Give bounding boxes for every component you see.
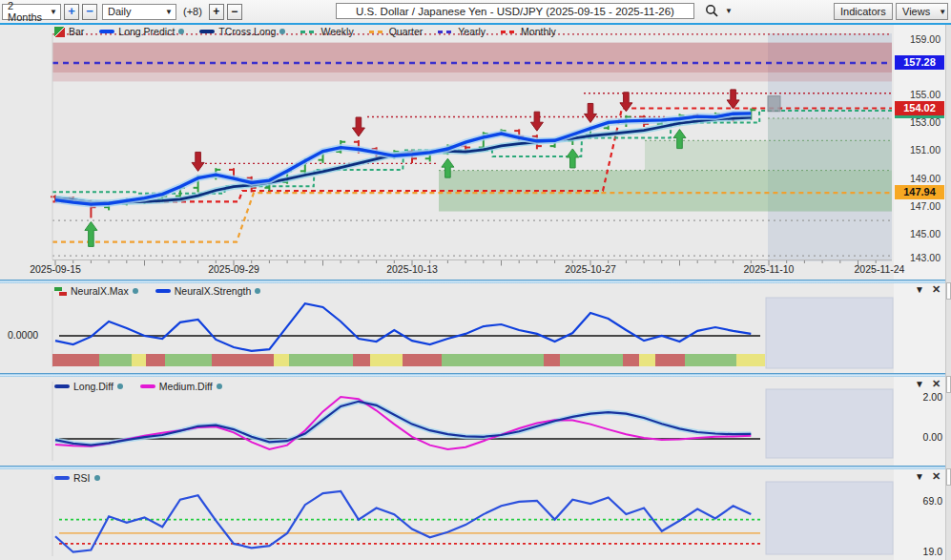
forecast-box (766, 482, 893, 554)
info-dot-icon[interactable] (178, 29, 184, 34)
collapse-panel-icon[interactable]: ▼ (915, 471, 924, 482)
legend-item-label: NeuralX.Strength (175, 285, 252, 297)
legend-item-medium-diff[interactable]: Medium.Diff (140, 381, 222, 392)
period-select[interactable]: 2 Months ▼ (2, 4, 61, 20)
legend-item-quarter[interactable]: Quarter (369, 26, 424, 37)
line-swatch-icon (54, 476, 70, 480)
diff-axis-label: 0.00 (908, 431, 942, 443)
collapse-panel-icon[interactable]: ▼ (915, 284, 924, 295)
rsi-panel-plot[interactable] (0, 469, 951, 560)
info-dot-icon[interactable] (133, 288, 138, 294)
legend-item-neuralx-max[interactable]: NeuralX.Max (54, 285, 138, 297)
close-panel-icon[interactable]: ✕ (932, 378, 941, 390)
current-bar-marker (768, 96, 780, 112)
date-tick-label: 2025-09-29 (208, 263, 259, 275)
price-tick-label: 147.00 (893, 200, 941, 212)
views-button[interactable]: Views ▼ (896, 3, 948, 20)
zoom-out-button[interactable]: − (227, 4, 242, 20)
info-dot-icon[interactable] (255, 288, 260, 294)
chevron-down-icon: ▼ (50, 8, 57, 16)
mediumdiff-line (55, 397, 751, 449)
info-dot-icon[interactable] (117, 384, 123, 389)
date-tick-label: 2025-11-24 (855, 263, 905, 275)
toolbar: 2 Months ▼ + − Daily ▼ (+8) + − U.S. Dol… (0, 0, 951, 23)
legend-item-label: NeuralX.Max (71, 285, 129, 297)
neuralx-panel-plot[interactable] (0, 283, 951, 373)
price-tick-label: 153.00 (893, 116, 941, 128)
info-dot-icon[interactable] (217, 384, 222, 389)
rsi-panel-controls: ▼✕ (915, 470, 941, 483)
neuralx-panel-legend: NeuralX.MaxNeuralX.Strength (54, 285, 260, 297)
dashed-line-swatch-icon (438, 31, 454, 33)
period-increase-button[interactable]: + (64, 4, 79, 20)
indicators-button[interactable]: Indicators ▼ (834, 3, 893, 20)
date-tick-label: 2025-11-10 (744, 263, 795, 275)
price-value-badge: 147.94 (895, 185, 944, 199)
price-tick-label: 159.00 (893, 33, 941, 45)
legend-item-long-diff[interactable]: Long.Diff (54, 381, 123, 392)
neuralx-max-strip (52, 354, 765, 366)
search-button[interactable]: ▼ (705, 4, 733, 17)
panel-separator[interactable] (0, 280, 951, 283)
scrollbar-strip[interactable] (945, 25, 951, 560)
signal-arrows (85, 90, 739, 247)
price-tick-label: 149.00 (893, 173, 941, 184)
symbol-title[interactable]: U.S. Dollar / Japanese Yen - USD/JPY (20… (336, 3, 694, 19)
zoom-in-button[interactable]: + (209, 4, 224, 20)
legend-item-neuralx-strength[interactable]: NeuralX.Strength (155, 285, 261, 297)
legend-item-label: Long.Predict (118, 26, 175, 37)
diff-panel-controls: ▼✕ (915, 378, 941, 390)
legend-item-label: Medium.Diff (159, 381, 213, 392)
legend-item-yearly[interactable]: Yearly (438, 26, 486, 37)
price-tick-label: 151.00 (893, 144, 941, 156)
legend-item-long-predict[interactable]: Long.Predict (99, 26, 184, 37)
close-panel-icon[interactable]: ✕ (932, 283, 941, 296)
legend-item-rsi[interactable]: RSI (54, 472, 100, 484)
legend-item-label: Monthly (521, 26, 556, 37)
collapse-panel-icon[interactable]: ▼ (915, 379, 924, 389)
forecast-box (766, 389, 893, 458)
info-dot-icon[interactable] (94, 475, 100, 481)
price-value-badge: 154.02 (895, 101, 944, 115)
legend-item-label: Yearly (458, 26, 486, 37)
date-tick-label: 2025-10-27 (565, 263, 616, 275)
diff-axis-label: 2.00 (908, 391, 942, 403)
panel-separator[interactable] (0, 373, 951, 377)
date-tick-label: 2025-10-13 (386, 263, 438, 275)
legend-item-label: Quarter (389, 26, 424, 37)
scrollbar-handle[interactable] (946, 282, 951, 300)
period-decrease-button[interactable]: − (82, 4, 97, 20)
dashed-line-swatch-icon (369, 31, 385, 33)
legend-item-bar[interactable]: Bar (54, 26, 84, 37)
interval-select-value: Daily (108, 6, 131, 17)
legend-item-label: Bar (69, 26, 84, 37)
legend-item-label: Weekly (320, 26, 353, 37)
legend-item-tcross-long[interactable]: TCross.Long (199, 26, 285, 37)
price-chart-plot[interactable] (0, 25, 951, 280)
bar-swatch-icon (54, 27, 65, 37)
scrollbar-handle[interactable] (946, 376, 951, 393)
info-dot-icon[interactable] (279, 29, 285, 34)
bars-added-label: (+8) (183, 6, 202, 17)
views-button-label: Views (902, 6, 930, 17)
close-panel-icon[interactable]: ✕ (932, 470, 941, 483)
rsi-panel-legend: RSI (54, 472, 100, 484)
legend-item-label: RSI (73, 472, 91, 484)
chevron-down-icon: ▼ (725, 7, 733, 15)
neuralx-strength-line (55, 303, 751, 351)
forecast-box (766, 298, 893, 368)
rsi-axis-label: 19.0 (908, 546, 942, 557)
neuralx-zero-label: 0.0000 (8, 329, 38, 341)
scrollbar-handle[interactable] (946, 468, 951, 486)
legend-item-weekly[interactable]: Weekly (300, 26, 353, 37)
line-swatch-icon (99, 30, 114, 33)
price-tick-label: 145.00 (893, 228, 941, 239)
neuralx-max-swatch-icon (54, 287, 67, 296)
interval-select[interactable]: Daily ▼ (102, 4, 176, 20)
line-swatch-icon (155, 289, 171, 293)
panel-separator[interactable] (0, 466, 951, 469)
chevron-down-icon: ▼ (165, 8, 173, 16)
search-icon (705, 4, 718, 17)
legend-item-monthly[interactable]: Monthly (501, 26, 556, 37)
trading-app-window: 2 Months ▼ + − Daily ▼ (+8) + − U.S. Dol… (0, 0, 951, 560)
